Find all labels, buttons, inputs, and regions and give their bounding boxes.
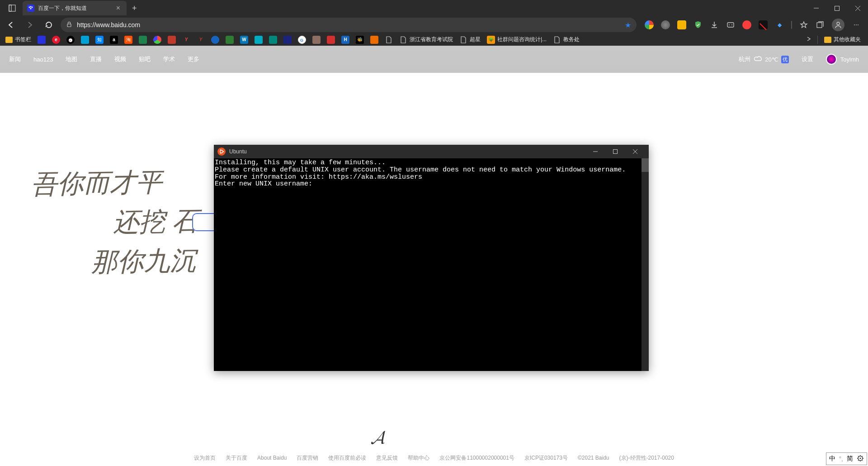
extension-icon[interactable]: ◆ [775, 20, 784, 29]
bookmark-item[interactable] [79, 35, 91, 45]
bookmark-item[interactable] [325, 35, 337, 45]
bookmark-icon: Y [182, 36, 190, 44]
footer-link[interactable]: About Baidu [257, 455, 287, 461]
settings-link[interactable]: 设置 [802, 55, 813, 63]
bookmark-item[interactable]: Y [180, 35, 192, 45]
document-icon [385, 36, 393, 44]
bookmark-item[interactable]: H [340, 35, 351, 45]
window-close-icon[interactable] [847, 0, 868, 16]
extension-icons: ◆ ⋯ [641, 19, 864, 31]
bookmark-icon [211, 36, 219, 44]
download-icon[interactable] [710, 20, 719, 29]
user-menu[interactable]: Toylmh [826, 54, 859, 65]
bookmark-item[interactable]: a [108, 35, 120, 45]
bookmark-item[interactable]: Y [195, 35, 207, 45]
bookmark-item[interactable] [151, 35, 163, 45]
terminal-titlebar[interactable]: Ubuntu [214, 145, 649, 158]
bookmark-item[interactable] [311, 35, 322, 45]
browser-chrome: 百度一下，你就知道 × + https://www.baidu.com ★ [0, 0, 868, 46]
nav-link[interactable]: 学术 [163, 55, 175, 63]
footer-link[interactable]: 使用百度前必读 [328, 454, 366, 462]
weibo-icon[interactable] [742, 20, 751, 29]
bookmarks-label[interactable]: 书签栏 [4, 35, 33, 44]
extension-blocked-icon[interactable] [759, 20, 768, 29]
extension-icon[interactable] [661, 20, 670, 29]
nav-back-icon[interactable] [4, 18, 18, 32]
extension-icon[interactable] [677, 20, 686, 29]
terminal-minimize-icon[interactable] [585, 145, 605, 158]
new-tab-button[interactable]: + [127, 4, 142, 13]
bookmark-item[interactable] [137, 35, 149, 45]
bookmark-item[interactable] [282, 35, 293, 45]
nav-link[interactable]: 新闻 [9, 55, 21, 63]
nav-reload-icon[interactable] [42, 18, 56, 32]
nav-link[interactable]: 地图 [66, 55, 77, 63]
terminal-body[interactable]: Installing, this may take a few minutes.… [214, 158, 649, 371]
bookmark-item[interactable] [166, 35, 178, 45]
other-bookmarks[interactable]: 其他收藏夹 [821, 35, 864, 44]
bookmark-item[interactable] [209, 35, 221, 45]
nav-link[interactable]: 贴吧 [139, 55, 151, 63]
footer-link[interactable]: 意见反馈 [376, 454, 398, 462]
menu-icon[interactable]: ⋯ [852, 20, 861, 29]
bookmark-item[interactable]: 教务处 [551, 35, 581, 45]
extension-shield-icon[interactable] [693, 20, 703, 29]
tab-close-icon[interactable]: × [114, 4, 122, 12]
bookmark-icon: a [110, 36, 118, 44]
bookmark-item[interactable] [267, 35, 279, 45]
bookmark-item[interactable]: 🐝 [354, 35, 366, 45]
tab-actions-icon[interactable] [4, 0, 21, 16]
nav-link[interactable]: 视频 [114, 55, 126, 63]
terminal-maximize-icon[interactable] [605, 145, 625, 158]
footer-link[interactable]: 设为首页 [194, 454, 216, 462]
profile-avatar[interactable] [832, 19, 844, 31]
bookmark-item[interactable]: 知 [94, 35, 105, 45]
bookmark-item[interactable] [36, 35, 47, 45]
svg-point-12 [729, 24, 730, 25]
url-bar[interactable]: https://www.baidu.com ★ [61, 18, 637, 32]
favorites-icon[interactable] [799, 20, 808, 29]
favorite-star-icon[interactable]: ★ [625, 21, 631, 29]
bookmark-item[interactable]: 浙江省教育考试院 [397, 35, 455, 45]
folder-icon [5, 37, 13, 43]
bookmark-item[interactable]: G [296, 35, 308, 45]
weather-temp: 20℃ [765, 56, 778, 63]
bookmark-item[interactable]: e [50, 35, 62, 45]
browser-tab-active[interactable]: 百度一下，你就知道 × [23, 1, 127, 15]
weather-widget[interactable]: 杭州 20℃ 优 [739, 55, 788, 64]
scrollbar-thumb[interactable] [642, 158, 649, 172]
footer-link[interactable]: 帮助中心 [408, 454, 429, 462]
terminal-scrollbar[interactable] [642, 158, 649, 371]
svg-rect-24 [613, 150, 618, 154]
bookmark-item[interactable] [383, 35, 395, 45]
extension-icon[interactable] [645, 20, 654, 29]
ime-indicator[interactable]: 中 °, 简 [826, 452, 868, 465]
window-maximize-icon[interactable] [826, 0, 847, 16]
bookmark-item[interactable]: 🌳社群问题咨询统计|... [485, 35, 548, 45]
nav-link[interactable]: hao123 [33, 56, 53, 63]
bookmark-icon [255, 36, 263, 44]
bookmark-item[interactable] [253, 35, 264, 45]
bookmark-item[interactable] [224, 35, 236, 45]
bookmark-item[interactable] [65, 35, 76, 45]
bookmark-item[interactable]: W [238, 35, 250, 45]
bookmark-item[interactable]: 淘 [123, 35, 134, 45]
svg-point-3 [30, 6, 32, 8]
terminal-close-icon[interactable] [625, 145, 645, 158]
bookmark-icon [327, 36, 335, 44]
bookmark-item[interactable] [368, 35, 380, 45]
window-minimize-icon[interactable] [806, 0, 826, 16]
footer-link[interactable]: 关于百度 [226, 454, 247, 462]
nav-forward-icon[interactable] [23, 18, 37, 32]
document-icon [399, 36, 407, 44]
ime-settings-icon[interactable] [857, 455, 864, 463]
terminal-line: Please create a default UNIX user accoun… [215, 166, 648, 174]
collections-icon[interactable] [816, 20, 825, 29]
extension-icon[interactable] [726, 20, 735, 29]
bookmark-icon [226, 36, 234, 44]
bookmark-item[interactable]: 超星 [458, 35, 482, 45]
nav-link[interactable]: 更多 [188, 55, 199, 63]
nav-link[interactable]: 直播 [90, 55, 102, 63]
footer-link[interactable]: 百度营销 [297, 454, 318, 462]
bookmarks-overflow-icon[interactable] [803, 36, 815, 44]
